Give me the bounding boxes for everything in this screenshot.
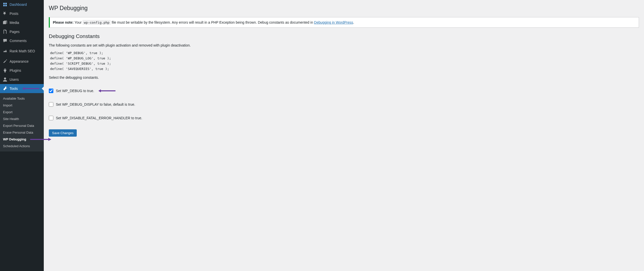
- section-heading: Debugging Constants: [49, 33, 639, 39]
- pages-icon: [3, 29, 8, 34]
- arrow-indicator-icon: [98, 89, 116, 93]
- sidebar-item-posts[interactable]: Posts: [0, 9, 44, 18]
- admin-sidebar: DashboardPostsMediaPagesCommentsRank Mat…: [0, 0, 44, 271]
- users-icon: [3, 77, 8, 82]
- sidebar-item-dashboard[interactable]: Dashboard: [0, 0, 44, 9]
- option-label: Set WP_DEBUG to true.: [56, 89, 94, 93]
- sidebar-item-label: Users: [10, 78, 19, 82]
- notice-text-1: Your: [73, 20, 83, 24]
- sidebar-item-label: Comments: [10, 39, 27, 43]
- tools-submenu: Available ToolsImportExportSite HealthEx…: [0, 93, 44, 151]
- option-label: Set WP_DISABLE_FATAL_ERROR_HANDLER to tr…: [56, 116, 142, 120]
- submenu-item-site-health[interactable]: Site Health: [0, 115, 44, 122]
- sidebar-item-comments[interactable]: Comments: [0, 36, 44, 45]
- constants-description: The following constants are set with plu…: [49, 43, 639, 47]
- sidebar-item-users[interactable]: Users: [0, 75, 44, 84]
- dashboard-icon: [3, 2, 8, 7]
- notice-text-3: .: [353, 20, 354, 24]
- define-line: define( 'WP_DEBUG_LOG', true );: [49, 56, 112, 61]
- main-content: WP Debugging Please note: Your wp-config…: [44, 0, 644, 271]
- plugins-icon: [3, 68, 8, 73]
- define-line: define( 'SCRIPT_DEBUG', true );: [49, 61, 112, 66]
- sidebar-item-label: Appearance: [10, 59, 29, 63]
- arrow-indicator-icon: [22, 86, 40, 91]
- page-title: WP Debugging: [49, 3, 639, 13]
- option-label: Set WP_DEBUG_DISPLAY to false, default i…: [56, 102, 135, 106]
- comments-icon: [3, 38, 8, 43]
- sidebar-item-label: Rank Math SEO: [10, 49, 35, 53]
- sidebar-item-label: Posts: [10, 12, 18, 16]
- sidebar-item-label: Dashboard: [10, 3, 27, 7]
- define-line: define( 'SAVEQUERIES', true );: [49, 66, 110, 71]
- sidebar-item-label: Tools: [10, 87, 18, 91]
- svg-point-0: [4, 78, 6, 80]
- option-checkbox-1[interactable]: [49, 102, 53, 107]
- notice-text-2: file must be writable by the filesystem.…: [111, 20, 314, 24]
- select-description: Select the debugging constants.: [49, 75, 639, 80]
- media-icon: [3, 20, 8, 25]
- sidebar-item-tools[interactable]: Tools: [0, 84, 44, 93]
- save-changes-button[interactable]: Save Changes: [49, 129, 77, 137]
- sidebar-item-rank-math-seo[interactable]: Rank Math SEO: [0, 47, 44, 56]
- pin-icon: [3, 11, 8, 16]
- rankmath-icon: [3, 49, 8, 54]
- option-checkbox-0[interactable]: [49, 89, 53, 93]
- option-row: Set WP_DEBUG to true.: [49, 89, 639, 93]
- sidebar-item-label: Plugins: [10, 68, 21, 72]
- submenu-item-scheduled-actions[interactable]: Scheduled Actions: [0, 143, 44, 149]
- option-row: Set WP_DEBUG_DISPLAY to false, default i…: [49, 102, 639, 107]
- sidebar-item-pages[interactable]: Pages: [0, 27, 44, 36]
- tools-icon: [3, 86, 8, 91]
- appearance-icon: [3, 59, 8, 64]
- notice-code: wp-config.php: [83, 20, 111, 25]
- sidebar-item-plugins[interactable]: Plugins: [0, 66, 44, 75]
- sidebar-item-label: Media: [10, 21, 19, 25]
- submenu-item-export[interactable]: Export: [0, 109, 44, 115]
- submenu-item-erase-personal-data[interactable]: Erase Personal Data: [0, 129, 44, 136]
- option-checkbox-2[interactable]: [49, 116, 53, 120]
- option-row: Set WP_DISABLE_FATAL_ERROR_HANDLER to tr…: [49, 116, 639, 120]
- submenu-item-wp-debugging[interactable]: WP Debugging: [0, 136, 44, 143]
- submenu-item-export-personal-data[interactable]: Export Personal Data: [0, 122, 44, 129]
- notice-strong: Please note:: [53, 20, 73, 24]
- submenu-item-available-tools[interactable]: Available Tools: [0, 95, 44, 102]
- define-line: define( 'WP_DEBUG', true );: [49, 50, 104, 55]
- sidebar-item-media[interactable]: Media: [0, 18, 44, 27]
- defines-block: define( 'WP_DEBUG', true );define( 'WP_D…: [49, 50, 639, 71]
- sidebar-item-label: Pages: [10, 30, 20, 34]
- sidebar-item-appearance[interactable]: Appearance: [0, 57, 44, 66]
- submenu-item-import[interactable]: Import: [0, 102, 44, 109]
- notice-box: Please note: Your wp-config.php file mus…: [49, 17, 639, 28]
- notice-link[interactable]: Debugging in WordPress: [314, 20, 353, 24]
